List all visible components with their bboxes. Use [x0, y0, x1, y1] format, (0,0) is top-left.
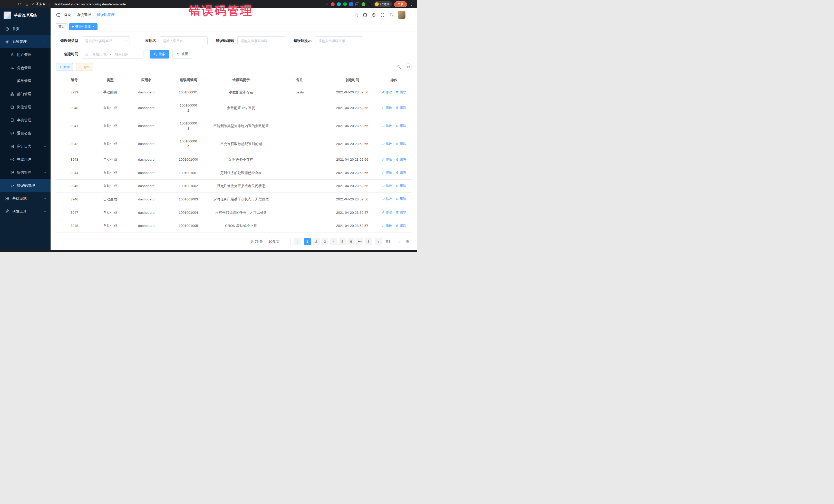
- sidebar-subitem[interactable]: 通知公告: [0, 127, 50, 140]
- sidebar-subitem[interactable]: 菜单管理: [0, 74, 50, 88]
- cell-remark: [271, 135, 328, 153]
- calendar-icon: [85, 52, 88, 56]
- sidebar-item[interactable]: 研发工具: [0, 205, 50, 218]
- page-button[interactable]: 4: [330, 238, 337, 245]
- sidebar-subitem[interactable]: 字典管理: [0, 114, 50, 127]
- edit-link[interactable]: 修改: [382, 170, 392, 175]
- browser-update-button[interactable]: 更新: [394, 1, 407, 7]
- filter-input[interactable]: [315, 37, 363, 45]
- cell-actions: 修改 删除: [376, 206, 412, 219]
- edit-link[interactable]: 修改: [382, 197, 392, 201]
- tab-error-code[interactable]: 错误码管理 ×: [69, 23, 97, 30]
- sidebar-subitem[interactable]: 短信管理: [0, 166, 50, 179]
- edit-link[interactable]: 修改: [382, 223, 392, 228]
- page-button[interactable]: 8: [365, 238, 372, 245]
- sidebar-subitem[interactable]: 部门管理: [0, 88, 50, 101]
- date-end-input[interactable]: [112, 52, 131, 56]
- breadcrumb-separator: /: [93, 13, 94, 17]
- help-icon[interactable]: [372, 13, 376, 17]
- search-button[interactable]: 搜索: [150, 50, 169, 59]
- home-icon[interactable]: ⌂: [25, 2, 29, 6]
- extension-icon[interactable]: on: [355, 2, 359, 6]
- edit-link[interactable]: 修改: [382, 157, 392, 162]
- sidebar-subitem[interactable]: 审计日志: [0, 140, 50, 153]
- tab-close-icon[interactable]: ×: [93, 25, 95, 28]
- extension-icon[interactable]: v: [343, 2, 347, 6]
- delete-link[interactable]: 删除: [396, 124, 406, 128]
- edit-link[interactable]: 修改: [382, 90, 392, 94]
- delete-link[interactable]: 删除: [396, 183, 406, 188]
- search-icon[interactable]: [354, 13, 358, 17]
- sidebar-subitem[interactable]: 角色管理: [0, 61, 50, 74]
- delete-icon: [396, 106, 399, 109]
- delete-link[interactable]: 删除: [396, 105, 406, 110]
- refresh-table-button[interactable]: [405, 63, 412, 70]
- date-range-picker[interactable]: -: [82, 50, 144, 59]
- github-icon[interactable]: [363, 13, 367, 17]
- security-indicator[interactable]: ⚠ 不安全: [32, 2, 46, 6]
- edit-link[interactable]: 修改: [382, 105, 392, 110]
- sidebar-item[interactable]: 基础设施: [0, 192, 50, 205]
- delete-link[interactable]: 删除: [396, 223, 406, 228]
- delete-link[interactable]: 删除: [396, 170, 406, 175]
- goto-page-input[interactable]: [394, 238, 404, 245]
- delete-link[interactable]: 删除: [396, 90, 406, 94]
- sidebar-subitem[interactable]: 用户管理: [0, 48, 50, 61]
- fullscreen-icon[interactable]: [380, 13, 385, 17]
- column-header: 操作: [376, 74, 412, 86]
- column-header: 应用名: [127, 74, 166, 86]
- page-button[interactable]: 5: [339, 238, 346, 245]
- reload-icon[interactable]: ⟳: [18, 2, 22, 6]
- reset-button[interactable]: 重置: [172, 50, 192, 59]
- next-page-button[interactable]: ›: [375, 238, 382, 245]
- edit-link[interactable]: 修改: [382, 124, 392, 128]
- filter-input[interactable]: [237, 37, 285, 45]
- kebab-menu-icon[interactable]: ⋮: [409, 2, 414, 6]
- sidebar-item-system[interactable]: 系统管理: [0, 36, 50, 48]
- filter-input[interactable]: [160, 37, 207, 45]
- delete-link[interactable]: 删除: [396, 210, 406, 215]
- tab-home[interactable]: 首页: [56, 23, 67, 30]
- page-button[interactable]: 6: [348, 238, 355, 245]
- add-button[interactable]: 新增: [56, 63, 73, 71]
- edit-link[interactable]: 修改: [382, 183, 392, 188]
- user-avatar[interactable]: [398, 11, 405, 19]
- page-button[interactable]: 3: [321, 238, 328, 245]
- font-size-icon[interactable]: [389, 13, 393, 17]
- extension-icon[interactable]: [368, 2, 372, 6]
- edit-link[interactable]: 修改: [382, 141, 392, 146]
- sidebar-subitem[interactable]: 在线用户: [0, 153, 50, 166]
- export-button[interactable]: 导出: [76, 63, 93, 71]
- sidebar-subitem[interactable]: 错误码管理: [0, 179, 50, 192]
- page-size-select[interactable]: 10条/页: [266, 238, 290, 245]
- page-button[interactable]: 1: [304, 238, 311, 245]
- breadcrumb-home[interactable]: 首页: [64, 13, 71, 17]
- extension-icon[interactable]: [349, 2, 353, 6]
- sidebar-subitem[interactable]: 岗位管理: [0, 101, 50, 114]
- address-bar[interactable]: dashboard.yudao.iocoder.cn/system/error-…: [54, 2, 126, 6]
- sidebar-item-home[interactable]: 首页: [0, 23, 50, 36]
- menu-item-icon: [10, 79, 14, 83]
- goto-suffix: 页: [406, 239, 409, 244]
- sidebar-fold-icon[interactable]: [55, 12, 60, 18]
- filter-input[interactable]: [82, 37, 130, 45]
- page-button[interactable]: •••: [356, 238, 364, 245]
- chevron-down-icon[interactable]: [410, 14, 412, 16]
- extension-icon[interactable]: [337, 2, 341, 6]
- date-start-input[interactable]: [89, 52, 109, 56]
- page-button[interactable]: 2: [312, 238, 320, 245]
- extension-icon[interactable]: [331, 2, 335, 6]
- extension-icon[interactable]: [361, 2, 366, 6]
- prev-page-button[interactable]: ‹: [293, 238, 301, 245]
- delete-link[interactable]: 删除: [396, 197, 406, 201]
- profile-paused-badge[interactable]: 已暂停: [374, 1, 392, 7]
- back-icon[interactable]: ←: [3, 2, 8, 6]
- breadcrumb-system[interactable]: 系统管理: [77, 13, 91, 17]
- toggle-search-icon[interactable]: [397, 65, 401, 69]
- edit-link[interactable]: 修改: [382, 210, 392, 215]
- delete-link[interactable]: 删除: [396, 141, 406, 146]
- bookmark-star-icon[interactable]: ☆: [325, 2, 328, 6]
- forward-icon[interactable]: →: [10, 2, 15, 6]
- delete-link[interactable]: 删除: [396, 157, 406, 162]
- cell-type: 自动生成: [93, 219, 127, 233]
